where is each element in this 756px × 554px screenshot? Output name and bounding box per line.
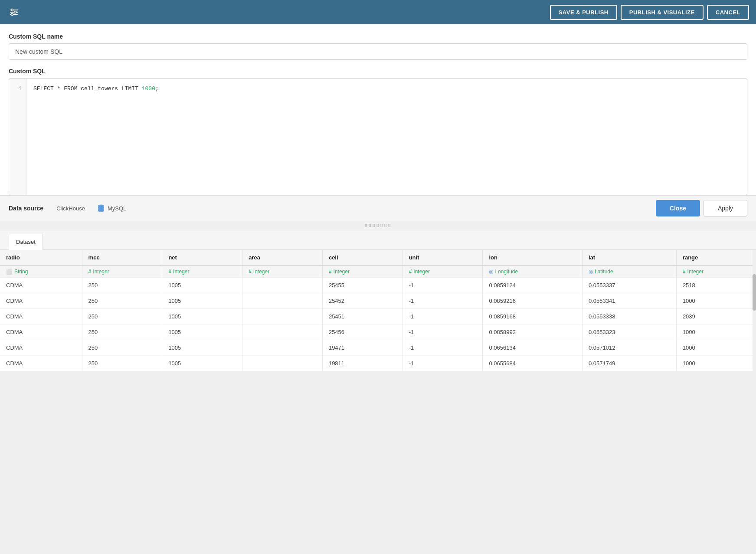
col-header-net: net: [162, 250, 242, 266]
table-cell: -1: [403, 309, 483, 325]
table-cell: [242, 325, 323, 340]
datasource-mysql[interactable]: MySQL: [91, 202, 132, 215]
custom-sql-label: Custom SQL: [9, 68, 747, 75]
col-header-unit: unit: [403, 250, 483, 266]
table-cell: 250: [82, 340, 162, 356]
table-row: CDMA250100519471-10.06561340.05710121000: [0, 340, 756, 356]
col-header-lat: lat: [582, 250, 676, 266]
table-cell: 0.0858992: [483, 325, 583, 340]
mysql-icon: [97, 204, 105, 212]
table-cell: 1005: [162, 309, 242, 325]
close-button[interactable]: Close: [656, 200, 700, 216]
scrollbar-track[interactable]: [753, 250, 756, 371]
col-header-lon: lon: [483, 250, 583, 266]
table-cell: 2518: [676, 278, 756, 293]
table-cell: 1000: [676, 340, 756, 356]
datasource-label: Data source: [9, 205, 43, 212]
table-cell: 250: [82, 278, 162, 293]
table-cell: 0.0656134: [483, 340, 583, 356]
svg-point-10: [98, 208, 104, 210]
table-cell: 1005: [162, 293, 242, 309]
datasource-buttons: Close Apply: [656, 200, 747, 216]
publish-visualize-button[interactable]: PUBLISH & VISUALIZE: [621, 5, 704, 20]
type-unit: # Integer: [403, 266, 483, 278]
type-area: # Integer: [242, 266, 323, 278]
table-cell: -1: [403, 325, 483, 340]
table-cell: 250: [82, 325, 162, 340]
toolbar: SAVE & PUBLISH PUBLISH & VISUALIZE CANCE…: [0, 0, 756, 24]
table-cell: 25456: [322, 325, 403, 340]
table-header-row: radio mcc net area cell unit lon lat ran…: [0, 250, 756, 266]
drag-handle[interactable]: ⠿⠿⠿⠿⠿⠿⠿: [0, 221, 756, 231]
table-cell: [242, 278, 323, 293]
table-cell: [242, 340, 323, 356]
svg-point-4: [14, 11, 16, 13]
table-row: CDMA250100525451-10.08591680.05533382039: [0, 309, 756, 325]
table-cell: 1005: [162, 278, 242, 293]
table-cell: -1: [403, 340, 483, 356]
table-cell: 1005: [162, 325, 242, 340]
type-cell: # Integer: [322, 266, 403, 278]
scrollbar-thumb[interactable]: [753, 274, 756, 311]
type-mcc: # Integer: [82, 266, 162, 278]
svg-point-3: [11, 9, 13, 11]
table-row: CDMA250100525452-10.08592160.05533411000: [0, 293, 756, 309]
table-cell: 0.0553338: [582, 309, 676, 325]
table-cell: 0.0571749: [582, 356, 676, 371]
table-cell: CDMA: [0, 309, 82, 325]
table-type-row: ⬜ String # Integer # Integer: [0, 266, 756, 278]
table-cell: 0.0859124: [483, 278, 583, 293]
datasource-clickhouse[interactable]: ClickHouse: [50, 203, 91, 214]
table-cell: [242, 356, 323, 371]
sql-editor[interactable]: 1 SELECT * FROM cell_towers LIMIT 1000;: [9, 78, 747, 195]
table-cell: CDMA: [0, 325, 82, 340]
sql-code-area[interactable]: SELECT * FROM cell_towers LIMIT 1000;: [26, 79, 747, 195]
datasource-bar: Data source ClickHouse MySQL Close Apply: [0, 195, 756, 221]
table-cell: 250: [82, 309, 162, 325]
table-cell: 1005: [162, 340, 242, 356]
table-cell: 0.0571012: [582, 340, 676, 356]
sql-name-input[interactable]: [9, 43, 747, 60]
data-table: radio mcc net area cell unit lon lat ran…: [0, 250, 756, 371]
table-cell: -1: [403, 356, 483, 371]
table-cell: -1: [403, 293, 483, 309]
table-row: CDMA250100525455-10.08591240.05533372518: [0, 278, 756, 293]
table-body: CDMA250100525455-10.08591240.05533372518…: [0, 278, 756, 371]
table-cell: [242, 309, 323, 325]
table-cell: 19471: [322, 340, 403, 356]
settings-icon: [7, 5, 21, 19]
table-cell: CDMA: [0, 356, 82, 371]
type-lat: ◎ Latitude: [582, 266, 676, 278]
table-cell: 0.0553323: [582, 325, 676, 340]
table-cell: 0.0655684: [483, 356, 583, 371]
table-cell: 0.0553337: [582, 278, 676, 293]
table-cell: -1: [403, 278, 483, 293]
col-header-area: area: [242, 250, 323, 266]
table-cell: 25455: [322, 278, 403, 293]
save-publish-button[interactable]: SAVE & PUBLISH: [550, 5, 617, 20]
table-cell: CDMA: [0, 340, 82, 356]
table-row: CDMA250100525456-10.08589920.05533231000: [0, 325, 756, 340]
type-net: # Integer: [162, 266, 242, 278]
line-numbers: 1: [9, 79, 26, 195]
table-cell: 25452: [322, 293, 403, 309]
table-cell: 0.0859168: [483, 309, 583, 325]
table-cell: 1005: [162, 356, 242, 371]
data-table-wrapper: radio mcc net area cell unit lon lat ran…: [0, 250, 756, 371]
dataset-tabs: Dataset: [0, 231, 756, 250]
table-cell: CDMA: [0, 293, 82, 309]
table-cell: 1000: [676, 325, 756, 340]
table-cell: CDMA: [0, 278, 82, 293]
table-cell: 0.0553341: [582, 293, 676, 309]
table-cell: 1000: [676, 293, 756, 309]
table-row: CDMA250100519811-10.06556840.05717491000: [0, 356, 756, 371]
table-cell: 1000: [676, 356, 756, 371]
col-header-cell: cell: [322, 250, 403, 266]
table-cell: 250: [82, 293, 162, 309]
col-header-range: range: [676, 250, 756, 266]
tab-dataset[interactable]: Dataset: [9, 234, 43, 250]
apply-button[interactable]: Apply: [704, 200, 747, 216]
table-cell: 250: [82, 356, 162, 371]
main-content: Custom SQL name Custom SQL 1 SELECT * FR…: [0, 24, 756, 195]
cancel-button[interactable]: CANCEL: [707, 5, 749, 20]
